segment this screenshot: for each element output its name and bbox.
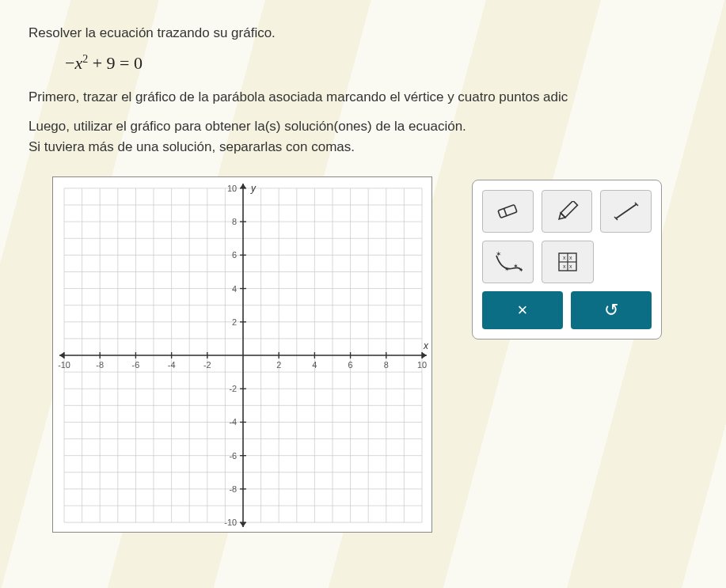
svg-text:8: 8 [232, 217, 237, 226]
svg-text:x: x [563, 264, 566, 269]
svg-text:2: 2 [232, 317, 237, 327]
svg-text:x: x [423, 340, 429, 351]
svg-rect-90 [498, 204, 517, 218]
instruction-title: Resolver la ecuación trazando su gráfico… [29, 24, 697, 44]
undo-icon: ↺ [604, 300, 618, 321]
svg-text:8: 8 [384, 360, 389, 370]
eq-rest: + 9 = 0 [88, 53, 143, 73]
svg-marker-47 [240, 522, 246, 527]
instruction-4: Si tuviera más de una solución, separarl… [29, 138, 697, 157]
svg-text:6: 6 [232, 250, 237, 260]
svg-text:✶: ✶ [504, 266, 510, 273]
instruction-3: Luego, utilizar el gráfico para obtener … [29, 117, 697, 137]
equation-display: −x2 + 9 = 0 [65, 53, 697, 74]
line-tool[interactable] [600, 190, 652, 233]
svg-text:✶: ✶ [496, 251, 502, 258]
svg-text:y: y [250, 183, 257, 194]
svg-text:-2: -2 [229, 384, 237, 393]
curve-icon: ✶ ✶ ✶ ✶ [494, 251, 523, 273]
eraser-tool[interactable] [482, 190, 534, 233]
svg-text:-8: -8 [229, 484, 237, 494]
svg-text:-4: -4 [168, 360, 176, 370]
svg-text:-8: -8 [96, 360, 104, 370]
svg-marker-93 [557, 213, 565, 222]
pencil-tool[interactable] [542, 190, 593, 233]
svg-text:-6: -6 [229, 451, 237, 461]
svg-marker-46 [240, 184, 246, 188]
svg-text:-6: -6 [132, 360, 140, 370]
svg-text:-2: -2 [203, 360, 211, 370]
point-grid-icon: x x x x [557, 251, 579, 273]
svg-text:4: 4 [232, 283, 237, 293]
svg-text:10: 10 [227, 184, 237, 193]
line-icon [613, 201, 640, 222]
svg-text:✶: ✶ [513, 263, 519, 270]
problem-panel: Resolver la ecuación trazando su gráfico… [0, 0, 726, 588]
svg-text:x: x [563, 255, 566, 260]
svg-text:-4: -4 [229, 417, 237, 427]
grid-svg[interactable]: -10-8-6-4-2246810-10-8-6-4-2246810xy [55, 179, 431, 532]
undo-button[interactable]: ↺ [571, 291, 652, 329]
svg-text:10: 10 [417, 360, 427, 370]
eq-minus: − [65, 53, 74, 73]
svg-text:x: x [569, 264, 572, 269]
svg-line-91 [504, 208, 507, 215]
instruction-2: Primero, trazar el gráfico de la parábol… [29, 88, 697, 108]
drawing-toolbox: ✶ ✶ ✶ ✶ x x x x [472, 180, 662, 340]
eraser-icon [496, 203, 519, 220]
svg-text:-10: -10 [58, 360, 70, 370]
svg-text:x: x [569, 255, 572, 260]
svg-marker-45 [59, 352, 64, 358]
close-icon: × [518, 300, 528, 321]
point-grid-tool[interactable]: x x x x [542, 241, 593, 283]
svg-marker-44 [422, 352, 427, 358]
svg-text:2: 2 [276, 360, 281, 370]
svg-text:✶: ✶ [519, 267, 523, 273]
coordinate-grid[interactable]: -10-8-6-4-2246810-10-8-6-4-2246810xy [52, 176, 432, 533]
svg-text:4: 4 [312, 360, 317, 370]
work-area: -10-8-6-4-2246810-10-8-6-4-2246810xy [29, 176, 697, 533]
curve-tool[interactable]: ✶ ✶ ✶ ✶ [482, 241, 534, 283]
svg-text:6: 6 [348, 360, 353, 370]
pencil-icon [555, 201, 579, 222]
svg-line-94 [616, 204, 637, 218]
svg-text:-10: -10 [224, 518, 237, 527]
clear-button[interactable]: × [482, 291, 563, 329]
eq-var: x [74, 53, 82, 73]
